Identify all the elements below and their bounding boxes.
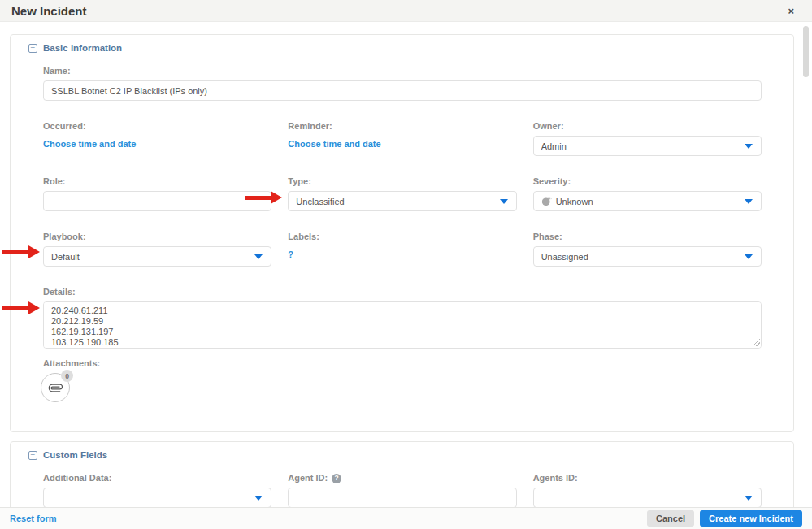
owner-select[interactable]: Admin (533, 136, 762, 156)
custom-fields-header[interactable]: − Custom Fields (28, 450, 762, 460)
attachments-row: Attachments: 0 (43, 358, 762, 402)
custom-fields-row: Additional Data: Agent ID: ? Agents ID: (43, 473, 762, 508)
severity-select[interactable]: Unknown (533, 191, 762, 211)
playbook-select[interactable]: Default (43, 246, 271, 267)
playbook-labels-phase-row: Playbook: Default Labels: ? Phase: Unass… (43, 232, 762, 267)
owner-value: Admin (541, 141, 567, 151)
section-title-custom-fields: Custom Fields (43, 450, 107, 460)
name-row: Name: (43, 66, 762, 101)
role-input[interactable] (43, 191, 271, 211)
agent-id-input[interactable] (288, 488, 516, 508)
chevron-down-icon (745, 144, 753, 149)
type-select[interactable]: Unclassified (288, 191, 516, 211)
textarea-resize-handle[interactable] (753, 339, 760, 346)
additional-data-label: Additional Data: (43, 473, 271, 483)
paperclip-icon (46, 378, 65, 397)
labels-help-link[interactable]: ? (288, 249, 293, 259)
reminder-label: Reminder: (288, 121, 516, 132)
name-label: Name: (43, 66, 762, 76)
severity-unknown-icon (541, 196, 552, 206)
reset-form-link[interactable]: Reset form (10, 514, 56, 523)
chevron-down-icon (745, 254, 753, 259)
basic-information-header[interactable]: − Basic Information (28, 43, 762, 53)
cancel-button[interactable]: Cancel (647, 510, 694, 527)
collapse-minus: − (31, 45, 36, 51)
additional-data-select[interactable] (43, 488, 271, 508)
owner-label: Owner: (533, 121, 762, 132)
details-row: Details: 20.240.61.211 20.212.19.59 162.… (43, 287, 762, 349)
playbook-value: Default (51, 252, 80, 262)
create-new-incident-button[interactable]: Create new Incident (700, 510, 802, 527)
section-title-basic-information: Basic Information (43, 43, 122, 53)
name-input[interactable] (43, 80, 762, 101)
phase-label: Phase: (533, 232, 762, 242)
chevron-down-icon (745, 496, 753, 501)
details-textarea[interactable]: 20.240.61.211 20.212.19.59 162.19.131.19… (43, 301, 762, 349)
dialog-titlebar: New Incident × (0, 0, 812, 22)
severity-label: Severity: (533, 176, 762, 187)
dialog-title: New Incident (11, 4, 87, 18)
attachments-count-badge: 0 (61, 370, 73, 382)
occurred-label: Occurred: (43, 121, 271, 132)
collapse-icon[interactable]: − (28, 44, 37, 53)
labels-label: Labels: (288, 232, 516, 242)
agents-id-select[interactable] (533, 488, 762, 508)
playbook-label: Playbook: (43, 232, 271, 242)
severity-value: Unknown (556, 197, 593, 206)
phase-select[interactable]: Unassigned (533, 246, 762, 267)
chevron-down-icon (254, 254, 263, 259)
type-value: Unclassified (296, 197, 344, 206)
close-icon[interactable]: × (781, 5, 801, 17)
help-icon[interactable]: ? (332, 474, 341, 483)
basic-information-section: − Basic Information Name: Occurred: Choo… (10, 34, 794, 432)
occurred-reminder-owner-row: Occurred: Choose time and date Reminder:… (43, 121, 762, 156)
vertical-scrollbar-thumb[interactable] (803, 26, 809, 77)
type-label: Type: (288, 176, 516, 187)
attachments-label: Attachments: (43, 358, 762, 369)
chevron-down-icon (500, 199, 508, 204)
reminder-date-link[interactable]: Choose time and date (288, 139, 380, 149)
attachments-button[interactable]: 0 (41, 373, 70, 402)
collapse-icon[interactable]: − (28, 451, 37, 460)
collapse-minus: − (31, 452, 36, 458)
role-type-severity-row: Role: Type: Unclassified Severity: Unkno… (43, 176, 762, 211)
phase-value: Unassigned (541, 252, 588, 262)
agents-id-label: Agents ID: (533, 473, 762, 483)
details-label: Details: (43, 287, 762, 297)
dialog-footer: Reset form Cancel Create new Incident (0, 507, 812, 529)
agent-id-label: Agent ID: (288, 473, 328, 483)
chevron-down-icon (254, 496, 263, 501)
role-label: Role: (43, 176, 271, 187)
chevron-down-icon (745, 199, 753, 204)
occurred-date-link[interactable]: Choose time and date (43, 139, 136, 149)
